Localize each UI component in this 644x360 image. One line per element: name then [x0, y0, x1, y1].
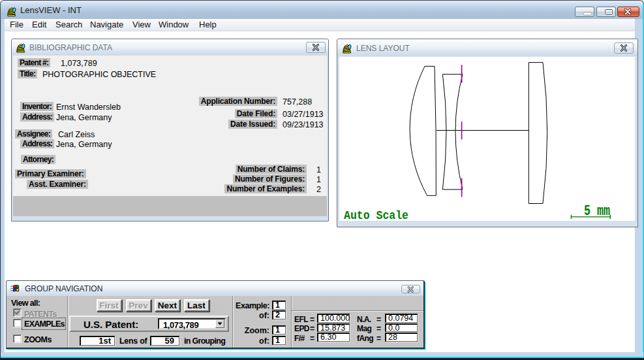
svg-text:Auto Scale: Auto Scale: [344, 209, 408, 221]
svg-text:5 mm: 5 mm: [584, 203, 610, 220]
